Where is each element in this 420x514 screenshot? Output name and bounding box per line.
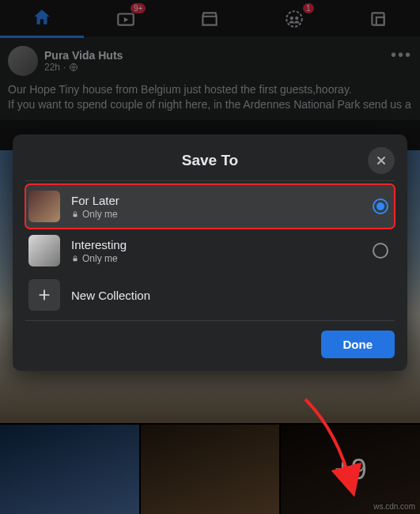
radio-unselected[interactable] — [373, 243, 388, 259]
collection-name: Interesting — [71, 238, 127, 251]
done-button[interactable]: Done — [321, 331, 395, 358]
collection-privacy: Only me — [71, 253, 127, 264]
collection-thumb — [28, 191, 60, 222]
collection-privacy: Only me — [71, 209, 119, 220]
close-icon — [375, 154, 388, 167]
new-collection-label: New Collection — [71, 289, 150, 302]
lock-icon — [71, 210, 79, 218]
collection-thumb — [28, 235, 60, 266]
collection-item-interesting[interactable]: Interesting Only me — [25, 229, 395, 273]
new-collection-button[interactable]: New Collection — [25, 273, 395, 317]
collection-name: For Later — [71, 194, 119, 207]
lock-icon — [71, 255, 79, 263]
collection-list: For Later Only me Interesting Only me — [25, 180, 395, 321]
modal-title: Save To — [182, 152, 238, 169]
radio-selected[interactable] — [373, 198, 388, 214]
new-collection-thumb — [28, 279, 60, 311]
close-button[interactable] — [368, 147, 395, 174]
save-to-modal: Save To For Later Only me Interesting — [13, 134, 407, 371]
svg-rect-7 — [74, 214, 78, 217]
collection-item-for-later[interactable]: For Later Only me — [25, 184, 395, 229]
plus-icon — [36, 287, 52, 303]
svg-rect-8 — [74, 258, 78, 261]
